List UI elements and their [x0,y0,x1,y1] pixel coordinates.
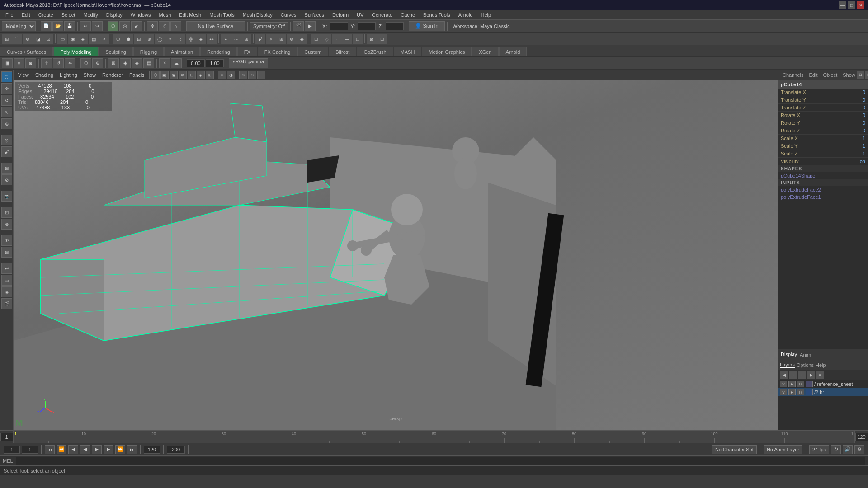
connect-btn[interactable]: ╬ [186,34,196,44]
go-to-start-btn[interactable]: ⏮ [45,445,55,454]
playback-start-field[interactable] [22,446,38,454]
pt-multi[interactable]: ⊕ [92,58,103,68]
pt-shadow[interactable]: ☁ [171,58,182,68]
wireframe-btn[interactable]: ▭ [57,34,67,44]
skin-btn[interactable]: ◈ [297,34,307,44]
menu-windows[interactable]: Windows [127,11,155,19]
pt-light1[interactable]: ☀ [159,58,170,68]
tool2-btn[interactable]: ⊡ [377,34,387,44]
bevel-btn[interactable]: ⬢ [123,34,133,44]
pt-wireframe[interactable]: ⊞ [108,58,119,68]
value1-field[interactable] [187,59,205,67]
viewport[interactable]: View Shading Lighting Show Renderer Pane… [14,70,778,430]
flat-shade-btn[interactable]: ◈ [78,34,88,44]
display-toggle-btn[interactable]: ⊟ [1,247,12,258]
menu-edit[interactable]: Edit [18,11,34,19]
layer-r-2[interactable]: R [797,389,804,395]
tab-gozbrush[interactable]: GoZBrush [357,47,393,56]
input-item-1[interactable]: polyExtrudeFace2 [778,186,868,193]
scale-mode-btn[interactable]: ⤡ [1,107,12,117]
select-mode-btn[interactable]: ⬡ [1,71,12,82]
retopo-btn[interactable]: ⊞ [241,34,251,44]
menu-mesh-tools[interactable]: Mesh Tools [206,11,238,19]
to-vert-btn[interactable]: · [332,34,342,44]
rotate-z-row[interactable]: Rotate Z 0 [778,127,868,135]
tab-rigging[interactable]: Rigging [133,47,164,56]
tab-fx-caching[interactable]: FX Caching [258,47,297,56]
menu-surfaces[interactable]: Surfaces [301,11,328,19]
options-sub-tab[interactable]: Options [797,362,814,368]
isolate-btn[interactable]: ⊡ [1,207,12,218]
no-anim-layer-btn[interactable]: No Anim Layer [764,445,802,454]
select-loop-btn[interactable]: ⊡ [311,34,321,44]
panels-menu[interactable]: Panels [127,71,147,79]
show-menu[interactable]: Show [81,71,99,79]
y-field[interactable] [358,22,376,30]
camera-btn[interactable]: 📷 [1,191,12,202]
bridge-btn[interactable]: ⊟ [134,34,144,44]
menu-mesh-display[interactable]: Mesh Display [239,11,276,19]
save-file-btn[interactable]: 💾 [64,21,75,31]
view-menu[interactable]: View [15,71,32,79]
renderer-menu[interactable]: Renderer [99,71,126,79]
vp-icon10[interactable]: ⊕ [239,71,247,79]
settings-btn[interactable]: ⚙ [854,445,864,454]
object-tab[interactable]: Object [821,71,839,79]
value2-field[interactable] [206,59,224,67]
maximize-button[interactable]: □ [848,1,855,9]
close-button[interactable]: ✕ [857,1,864,9]
scale-tool-btn[interactable]: ⤡ [170,21,181,31]
pt-paint[interactable]: ◙ [25,58,36,68]
snap-view-btn[interactable]: ⊡ [43,34,53,44]
blend-btn[interactable]: ⊕ [287,34,297,44]
step-back-frame-btn[interactable]: ◀ [68,445,78,454]
end-frame-input[interactable] [855,433,868,441]
panel-icon1[interactable]: ⊡ [857,71,864,79]
soft-select-btn[interactable]: ◎ [1,135,12,145]
redo-btn[interactable]: ↪ [92,21,103,31]
tab-custom[interactable]: Custom [297,47,328,56]
playback-end-field[interactable] [144,446,160,454]
no-character-set-btn[interactable]: No Character Set [712,445,757,454]
mirror-btn[interactable]: ⊷ [207,34,217,44]
to-edge-btn[interactable]: — [342,34,352,44]
scale-y-row[interactable]: Scale Y 1 [778,142,868,150]
cluster-btn[interactable]: ✳ [266,34,276,44]
menu-deform[interactable]: Deform [329,11,352,19]
hypershade-btn[interactable]: ◈ [1,286,12,297]
paint-sel-btn[interactable]: 🖌 [131,21,142,31]
poke-btn[interactable]: ✦ [165,34,175,44]
translate-y-row[interactable]: Translate Y 0 [778,96,868,104]
pt-scale[interactable]: ⇔ [65,58,75,68]
pt-shade2[interactable]: ◈ [132,58,142,68]
x-field[interactable] [330,22,348,30]
light-btn[interactable]: ☀ [99,34,109,44]
menu-create[interactable]: Create [35,11,57,19]
ipr-btn[interactable]: ▶ [305,21,316,31]
scale-z-row[interactable]: Scale Z 1 [778,150,868,158]
rotate-y-row[interactable]: Rotate Y 0 [778,119,868,127]
step-back-key-btn[interactable]: ⏪ [57,445,66,454]
subdivide-btn[interactable]: ◈ [196,34,206,44]
last-btn[interactable]: » [816,371,824,379]
prev-page-btn[interactable]: ◀ [780,371,788,379]
snap-curve-btn[interactable]: ⌒ [12,34,22,44]
pt-select[interactable]: ▣ [2,58,13,68]
render-btn[interactable]: 🎬 [293,21,304,31]
play-back-btn[interactable]: ◀ [80,445,90,454]
tab-poly-modeling[interactable]: Poly Modeling [53,47,98,56]
timeline-ruler[interactable]: 1 1102030405060708090100110120 [14,431,854,443]
step-fwd-frame-btn[interactable]: ▶ [104,445,113,454]
vp-icon5[interactable]: ⊡ [188,71,196,79]
to-face-btn[interactable]: □ [353,34,363,44]
tab-fx[interactable]: FX [237,47,257,56]
edit-tab[interactable]: Edit [807,71,819,79]
translate-x-row[interactable]: Translate X 0 [778,89,868,96]
layer-v-1[interactable]: V [780,381,787,387]
menu-generate[interactable]: Generate [368,11,396,19]
pt-shade1[interactable]: ◉ [120,58,131,68]
start-frame-input[interactable] [0,433,13,441]
show-tab[interactable]: Show [841,71,857,79]
channels-tab[interactable]: Channels [781,71,805,79]
translate-z-row[interactable]: Translate Z 0 [778,104,868,112]
